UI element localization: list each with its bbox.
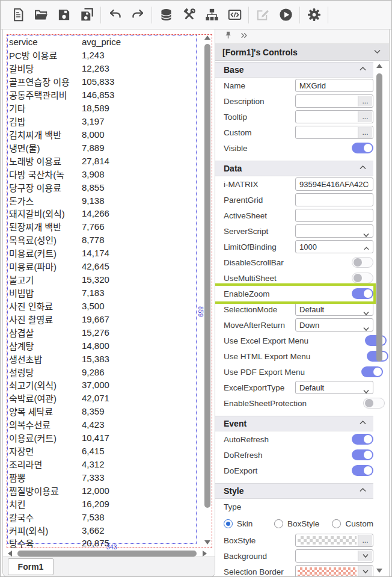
code-button[interactable] <box>223 3 246 27</box>
sitemap-button[interactable] <box>200 3 223 27</box>
enablezoom-toggle[interactable] <box>352 288 373 299</box>
visible-toggle[interactable] <box>352 143 373 153</box>
canvas-vertical-scrollbar-thumb[interactable] <box>204 44 210 508</box>
selection-border-dropdown-button[interactable] <box>358 566 372 577</box>
property-control <box>295 177 373 191</box>
save-button[interactable] <box>52 3 75 27</box>
spinner-up-icon[interactable] <box>364 242 369 253</box>
property-row-use-excel-export-menu: Use Excel Export Menu <box>215 333 373 348</box>
disablescrollbar-toggle[interactable] <box>352 257 373 268</box>
grid-row: 숙박료(여관)42,071 <box>9 392 197 405</box>
grid-cell-price: 3,500 <box>82 301 197 311</box>
tools-button[interactable] <box>177 3 200 27</box>
toggle-knob <box>364 466 372 475</box>
canvas-scroll-right-button[interactable] <box>203 551 207 557</box>
property-row-type: Type <box>215 499 373 514</box>
property-label: AutoRefresh <box>224 435 295 444</box>
grid-cell-service: 목욕료(성인) <box>9 233 82 246</box>
i-matrix-input[interactable] <box>295 177 373 191</box>
panel-title-bar[interactable]: [Form1]'s Controls <box>215 44 389 61</box>
canvas-scroll-left-button[interactable] <box>8 551 12 557</box>
grid-cell-price: 8,855 <box>82 182 197 193</box>
canvas-scroll-down-button[interactable] <box>204 540 210 545</box>
property-label: Background <box>224 552 295 561</box>
new-document-button[interactable] <box>7 3 29 27</box>
grid-cell-service: 김밥 <box>9 115 82 128</box>
custom-input[interactable]: ... <box>295 126 373 139</box>
usemultisheet-toggle[interactable] <box>352 273 373 283</box>
selection-border-swatch[interactable] <box>295 565 373 577</box>
property-row-description: Description... <box>215 93 373 109</box>
canvas-scroll-up-button[interactable] <box>204 35 210 40</box>
tooltip-input[interactable]: ... <box>295 110 373 123</box>
serverscript-select[interactable] <box>295 224 373 238</box>
collapse-panel-icon[interactable] <box>240 31 248 42</box>
autorefresh-toggle[interactable] <box>352 434 373 445</box>
ide-window: serviceavg_pricePC방 이용료1,243갈비탕12,263골프연… <box>0 0 392 577</box>
canvas-horizontal-scrollbar-thumb[interactable] <box>17 551 197 557</box>
property-label: DoRefresh <box>224 451 295 460</box>
play-button[interactable] <box>274 3 297 27</box>
pin-icon[interactable] <box>224 31 233 42</box>
grid-cell-price: 7,766 <box>82 221 197 232</box>
panel-scroll-down-button[interactable] <box>376 569 382 573</box>
dorefresh-toggle[interactable] <box>352 449 373 460</box>
type-radio-group: SkinBoxStyleCustom <box>215 514 373 532</box>
radio-boxstyle[interactable] <box>274 519 283 528</box>
property-row-limitofbinding: LimitOfBinding1000 <box>215 239 373 255</box>
undo-button[interactable] <box>103 3 126 27</box>
boxstyle-swatch[interactable]: ... <box>295 534 373 547</box>
radio-skin[interactable] <box>224 519 233 528</box>
property-control <box>295 464 373 477</box>
excelexporttype-select[interactable]: Default <box>295 381 373 394</box>
limitofbinding-spinner[interactable]: 1000 <box>295 240 373 253</box>
custom-ellipsis-button[interactable]: ... <box>358 127 372 138</box>
section-header-style[interactable]: Style <box>215 483 373 499</box>
grid-header-avg-price: avg_price <box>82 37 197 47</box>
open-folder-button[interactable] <box>29 3 52 27</box>
doexport-toggle[interactable] <box>352 465 373 476</box>
moveafterreturn-select[interactable]: Down <box>295 318 373 332</box>
grid-cell-price: 8,000 <box>82 129 197 140</box>
grid-cell-service: 칼국수 <box>9 511 82 523</box>
save-all-button[interactable] <box>75 3 98 27</box>
property-row-boxstyle: BoxStyle... <box>215 532 373 548</box>
database-button[interactable] <box>155 3 177 27</box>
property-label: i-MATRIX <box>224 180 295 189</box>
gear-button[interactable] <box>302 3 325 27</box>
radio-custom[interactable] <box>332 519 341 528</box>
grid-cell-service: 의복수선료 <box>9 418 82 431</box>
radio-option-boxstyle: BoxStyle <box>274 519 332 528</box>
chevron-down-icon <box>373 47 382 58</box>
section-header-base[interactable]: Base <box>215 62 373 78</box>
grid-cell-service: 기타 <box>9 102 82 114</box>
property-control <box>295 549 373 563</box>
panel-scrollbar-thumb[interactable] <box>376 73 382 362</box>
activesheet-input[interactable] <box>295 209 373 222</box>
property-control: Down <box>295 318 373 332</box>
open-folder-icon <box>34 8 48 22</box>
redo-button[interactable] <box>126 3 149 27</box>
description-input[interactable]: ... <box>295 94 373 108</box>
section-header-data[interactable]: Data <box>215 161 373 176</box>
property-control <box>295 433 373 446</box>
selectionmode-select[interactable]: Default <box>295 303 373 316</box>
background-dropdown-button[interactable] <box>358 551 372 561</box>
grid-cell-price: 14,800 <box>82 341 197 351</box>
property-row-selectionmode: SelectionModeDefault <box>215 301 373 317</box>
section-label: Data <box>224 164 242 173</box>
tooltip-ellipsis-button[interactable]: ... <box>358 111 372 122</box>
property-row-tooltip: Tooltip... <box>215 109 373 125</box>
parentgrid-input[interactable] <box>295 193 373 206</box>
panel-scroll-up-button[interactable] <box>376 64 382 68</box>
grid-row: 조리라면4,312 <box>9 458 197 471</box>
tab-form1[interactable]: Form1 <box>8 558 54 575</box>
description-ellipsis-button[interactable]: ... <box>358 96 372 106</box>
background-swatch[interactable] <box>295 549 373 563</box>
section-header-event[interactable]: Event <box>215 416 373 431</box>
boxstyle-ellipsis-button[interactable]: ... <box>358 535 372 546</box>
design-canvas[interactable]: serviceavg_pricePC방 이용료1,243갈비탕12,263골프연… <box>3 29 215 557</box>
name-input[interactable] <box>295 79 373 92</box>
grid-cell-service: 삼계탕 <box>9 339 82 352</box>
mxgrid-preview: serviceavg_pricePC방 이용료1,243갈비탕12,263골프연… <box>9 35 197 548</box>
